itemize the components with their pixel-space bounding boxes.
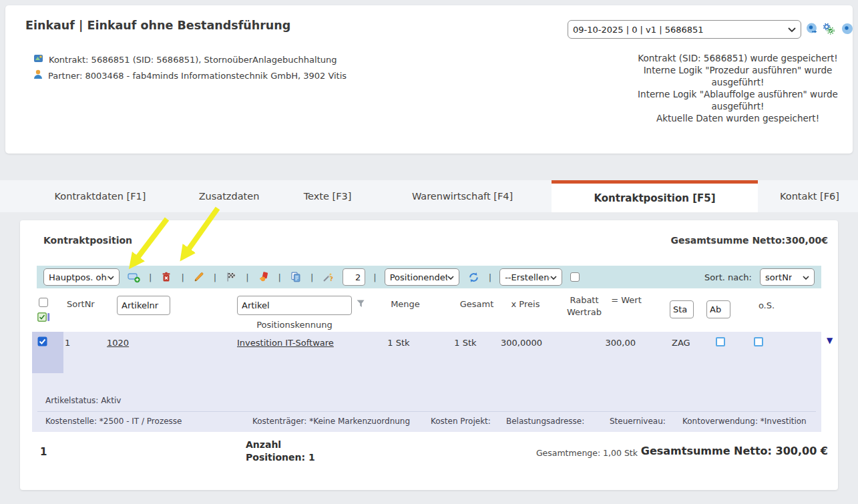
status-message: Interne Logik "Ablauffolge ausführen" wu…: [633, 88, 843, 112]
tab-zusatzdaten[interactable]: Zusatzdaten: [189, 180, 269, 212]
select-all-checkbox[interactable]: [39, 298, 48, 307]
edit-pencil-icon[interactable]: [192, 272, 206, 282]
row-status: ZAG: [672, 338, 690, 348]
version-select-value: 09-10-2025 | 0 | v1 | 5686851: [573, 25, 704, 35]
toolbar-divider: |: [278, 272, 281, 282]
toolbar-divider: |: [214, 272, 216, 282]
top-card: Einkauf | Einkauf ohne Bestandsführung 0…: [5, 5, 853, 154]
count-input[interactable]: [343, 268, 365, 286]
row-kostenstelle: Kostenstelle: *2500 - IT / Prozesse: [45, 417, 182, 426]
row-wert: 300,00: [580, 338, 636, 348]
tab-bar: Kontraktdaten [F1] Zusatzdaten Texte [F3…: [0, 180, 858, 212]
wand-help-icon[interactable]: ?: [321, 272, 335, 282]
svg-text:?: ?: [329, 275, 333, 282]
artikel-filter-input[interactable]: [237, 296, 352, 315]
position-toolbar: Hauptpos. ohn | | | | | | ? | Positionen…: [37, 266, 821, 288]
section-title: Kontraktposition: [43, 235, 132, 246]
kontrakt-icon: [33, 53, 43, 65]
col-os: o.S.: [750, 300, 783, 310]
chevron-down-icon: [447, 272, 454, 282]
chevron-down-icon: [788, 25, 796, 35]
row-checkbox-1[interactable]: [716, 337, 725, 346]
footer-gesamtsumme: Gesamtsumme Netto: 300,00 €: [641, 445, 828, 457]
table-row: 1 1020 Investition IT-Software 1 Stk 1 S…: [32, 332, 821, 432]
row-x-preis: 300,0000: [486, 338, 542, 348]
row-menge: 1 Stk: [377, 338, 420, 348]
position-detail-select[interactable]: Positionendet: [385, 268, 459, 286]
settings-gears-icon[interactable]: [823, 23, 835, 37]
status-messages: Kontrakt (SID: 5686851) wurde gespeicher…: [633, 52, 843, 124]
sort-select[interactable]: sortNr: [760, 268, 815, 286]
page-title: Einkauf | Einkauf ohne Bestandsführung: [25, 19, 290, 32]
delete-icon[interactable]: [160, 272, 173, 282]
footer-gesamtmenge: Gesamtmenge: 1,00 Stk: [536, 448, 638, 458]
row-checkbox-2[interactable]: [754, 337, 763, 346]
toolbar-divider: |: [149, 272, 152, 282]
tab-kontraktdaten[interactable]: Kontraktdaten [F1]: [37, 180, 164, 212]
hand-card-icon[interactable]: [257, 272, 270, 282]
col-gesamt: Gesamt: [455, 299, 498, 309]
row-steuerniveau: Steuerniveau:: [610, 417, 666, 426]
row-kontoverwendung: Kontoverwendung: *Investition: [682, 417, 807, 426]
row-kostentraeger: Kostenträger: *Keine Markenzuordnung: [252, 417, 410, 426]
version-select[interactable]: 09-10-2025 | 0 | v1 | 5686851: [568, 20, 801, 39]
row-checkbox-checked[interactable]: [37, 336, 47, 349]
col-positionskennung: Positionskennung: [237, 320, 352, 330]
select-all-icon[interactable]: [37, 312, 50, 324]
row-artikel-link[interactable]: Investition IT-Software: [237, 338, 334, 348]
add-position-icon[interactable]: [128, 272, 141, 282]
tab-texte[interactable]: Texte [F3]: [292, 180, 363, 212]
record-icon[interactable]: [841, 23, 853, 37]
row-belastungsadresse: Belastungsadresse:: [506, 417, 584, 426]
sort-label: Sort. nach:: [704, 272, 752, 282]
main-card: Kontraktposition Gesamtsumme Netto:300,0…: [20, 220, 838, 490]
footer-count: 1: [40, 446, 47, 458]
copy-icon[interactable]: [289, 272, 302, 282]
col-rabatt: Rabatt: [563, 295, 606, 305]
toolbar-divider: |: [373, 272, 376, 282]
footer-anzahl-line2: Positionen: 1: [246, 452, 315, 463]
toolbar-divider: |: [489, 272, 491, 282]
status-message: Kontrakt (SID: 5686851) wurde gespeicher…: [633, 52, 843, 64]
col-wertrab: Wertrab: [563, 307, 606, 317]
status-message: Interne Logik "Prozedur ausführen" wurde…: [633, 64, 843, 88]
refresh-icon[interactable]: [467, 272, 481, 282]
chevron-down-icon: [550, 272, 557, 282]
toolbar-divider: |: [310, 272, 313, 282]
tab-kontraktposition[interactable]: Kontraktposition [F5]: [552, 180, 758, 212]
col-wert: = Wert: [605, 295, 648, 305]
partner-icon: [33, 69, 43, 81]
status-filter-input[interactable]: [670, 300, 694, 318]
artikelnr-filter-input[interactable]: [117, 296, 170, 315]
chevron-down-icon: [803, 272, 809, 282]
col-x-preis: x Preis: [504, 299, 547, 309]
row-gesamt: 1 Stk: [444, 338, 487, 348]
tab-kontakt[interactable]: Kontakt [F6]: [761, 180, 858, 212]
lookup-icon[interactable]: [806, 23, 819, 37]
create-select[interactable]: --Erstellen-: [499, 268, 562, 286]
row-artikelnr-link[interactable]: 1020: [107, 338, 129, 348]
toolbar-divider: |: [181, 272, 184, 282]
kontrakt-line: Kontrakt: 5686851 (SID: 5686851), Storno…: [49, 55, 337, 65]
row-kosten-projekt: Kosten Projekt:: [431, 417, 491, 426]
toolbar-divider: |: [246, 272, 248, 282]
partner-line: Partner: 8003468 - fab4minds Information…: [48, 71, 347, 81]
section-total-netto: Gesamtsumme Netto:300,00€: [671, 235, 828, 246]
row-sortnr: 1: [65, 338, 70, 348]
tab-warenwirtschaft[interactable]: Warenwirtschaft [F4]: [397, 180, 527, 212]
position-type-select[interactable]: Hauptpos. ohn: [43, 268, 120, 286]
row-artikelstatus: Artikelstatus: Aktiv: [45, 396, 121, 405]
row-divider: [37, 411, 816, 412]
status-message: Aktuelle Daten wurden gespeichert!: [633, 112, 843, 124]
finish-flag-icon[interactable]: [224, 272, 238, 282]
col-menge: Menge: [384, 299, 427, 309]
filter-icon[interactable]: [356, 298, 365, 311]
col-sortnr: SortNr: [67, 299, 95, 309]
ab-filter-input[interactable]: [706, 300, 730, 318]
footer-anzahl-line1: Anzahl: [246, 439, 281, 450]
toolbar-checkbox[interactable]: [570, 272, 580, 282]
chevron-down-icon: [108, 272, 114, 282]
row-expand-icon[interactable]: ▼: [827, 336, 833, 345]
